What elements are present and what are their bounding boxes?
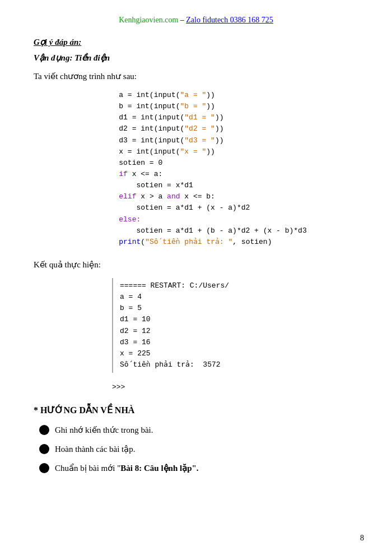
- bullet-icon-3: [39, 463, 49, 473]
- code-line-14: print("Số tiền phải trả: ", sotien): [119, 237, 306, 248]
- list-item-1: Ghi nhớ kiến thức trong bài.: [39, 423, 358, 437]
- output-line-7: x = 225: [120, 348, 229, 359]
- code-line-12: else:: [119, 214, 306, 225]
- dash: –: [178, 16, 186, 24]
- code-line-1: a = int(input("a = ")): [119, 90, 306, 101]
- code-line-2: b = int(input("b = ")): [119, 101, 306, 112]
- page-number: 8: [360, 534, 364, 543]
- output-line-4: d1 = 10: [120, 314, 229, 325]
- header: Kenhgiaovien.com – Zalo fidutech 0386 16…: [34, 16, 358, 25]
- prompt-text: >>>: [112, 383, 125, 391]
- subsection-title: Vận dụng: Tiền điện: [34, 53, 358, 63]
- list-item-text-1: Ghi nhớ kiến thức trong bài.: [55, 423, 153, 437]
- prompt-line: >>>: [112, 383, 358, 391]
- output-block: ====== RESTART: C:/Users/ a = 4 b = 5 d1…: [112, 278, 236, 373]
- code-line-13: sotien = a*d1 + (b - a)*d2 + (x - b)*d3: [119, 225, 306, 237]
- output-line-2: a = 4: [120, 292, 229, 303]
- list-item-3: Chuẩn bị bài mới "Bài 8: Câu lệnh lặp".: [39, 461, 358, 475]
- code-line-3: d1 = int(input("d1 = ")): [119, 112, 306, 123]
- code-line-7: sotien = 0: [119, 158, 306, 169]
- page: Kenhgiaovien.com – Zalo fidutech 0386 16…: [0, 0, 392, 555]
- output-line-6: d3 = 16: [120, 337, 229, 348]
- output-container: ====== RESTART: C:/Users/ a = 4 b = 5 d1…: [112, 278, 358, 373]
- code-line-9: sotien = x*d1: [119, 180, 306, 191]
- code-line-6: x = int(input("x = ")): [119, 146, 306, 158]
- code-line-11: sotien = a*d1 + (x - a)*d2: [119, 202, 306, 214]
- site-link[interactable]: Kenhgiaovien.com: [119, 16, 178, 24]
- code-line-10: elif x > a and x <= b:: [119, 191, 306, 202]
- output-line-1: ====== RESTART: C:/Users/: [120, 280, 229, 292]
- bold-text: Bài 8: Câu lệnh lặp".: [120, 464, 198, 473]
- bullet-icon-1: [39, 425, 49, 435]
- code-line-4: d2 = int(input("d2 = ")): [119, 123, 306, 135]
- list-item-text-2: Hoàn thành các bài tập.: [55, 442, 136, 456]
- output-line-3: b = 5: [120, 303, 229, 314]
- homework-list: Ghi nhớ kiến thức trong bài. Hoàn thành …: [34, 423, 358, 475]
- intro-text: Ta viết chương trình như sau:: [34, 70, 358, 83]
- list-item-2: Hoàn thành các bài tập.: [39, 442, 358, 456]
- homework-title: * HƯỚNG DẪN VỀ NHÀ: [34, 405, 358, 415]
- code-line-5: d3 = int(input("d3 = ")): [119, 135, 306, 146]
- section-title: Gợi ý đáp án:: [34, 37, 358, 47]
- output-line-8: Số tiền phải trả: 3572: [120, 359, 229, 371]
- zalo-link[interactable]: Zalo fidutech 0386 168 725: [186, 16, 273, 24]
- code-block: a = int(input("a = ")) b = int(input("b …: [85, 90, 306, 248]
- result-label: Kết quả thực hiện:: [34, 258, 358, 271]
- list-item-text-3: Chuẩn bị bài mới "Bài 8: Câu lệnh lặp".: [55, 461, 199, 475]
- output-line-5: d2 = 12: [120, 326, 229, 337]
- code-line-8: if x <= a:: [119, 169, 306, 180]
- bullet-icon-2: [39, 444, 49, 454]
